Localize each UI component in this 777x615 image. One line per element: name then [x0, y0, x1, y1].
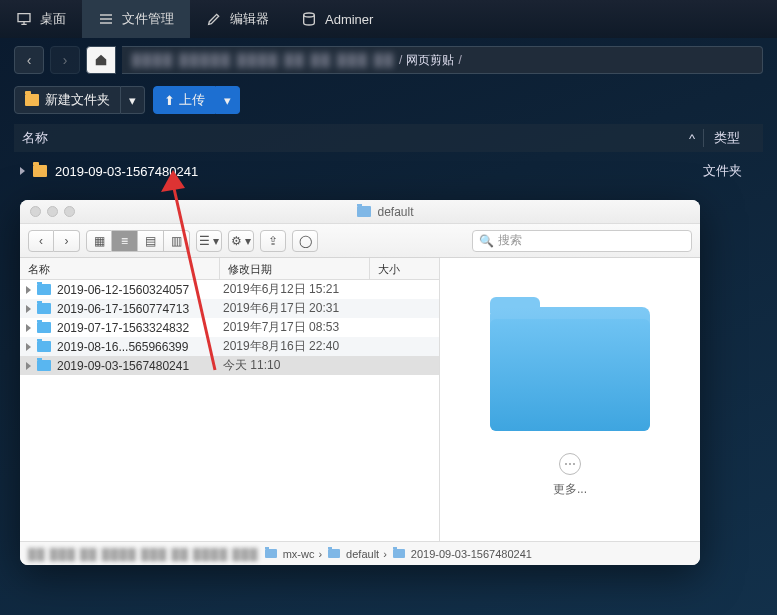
- path-sep: /: [458, 53, 461, 67]
- dark-list-row[interactable]: 2019-09-03-1567480241 文件夹: [14, 156, 763, 186]
- folder-icon: [37, 322, 51, 333]
- tab-label: 文件管理: [122, 10, 174, 28]
- disclosure-triangle-icon[interactable]: [26, 343, 31, 351]
- row-type: 文件夹: [703, 162, 763, 180]
- list-item[interactable]: 2019-09-03-1567480241今天 11:10: [20, 356, 439, 375]
- search-icon: 🔍: [479, 234, 494, 248]
- row-name: 2019-09-03-1567480241: [55, 164, 198, 179]
- files-icon: [98, 11, 114, 27]
- forward-button[interactable]: ›: [54, 230, 80, 252]
- upload-label: 上传: [179, 91, 205, 109]
- upload-group: ⬆ 上传 ▾: [153, 86, 240, 114]
- upload-icon: ⬆: [164, 93, 175, 108]
- path-sep: /: [399, 53, 402, 67]
- home-icon: [94, 53, 108, 67]
- view-gallery-button[interactable]: ▥: [164, 230, 190, 252]
- nav-forward-button[interactable]: ›: [50, 46, 80, 74]
- more-button[interactable]: ⋯: [559, 453, 581, 475]
- list-item[interactable]: 2019-08-16...5659663992019年8月16日 22:40: [20, 337, 439, 356]
- breadcrumb-path[interactable]: ████ █████ ████ ██ ██ ███ ██ / 网页剪贴 /: [122, 46, 763, 74]
- tag-button[interactable]: ◯: [292, 230, 318, 252]
- edit-icon: [206, 11, 222, 27]
- folder-icon: [328, 549, 340, 558]
- disclosure-triangle-icon[interactable]: [26, 305, 31, 313]
- new-folder-group: 新建文件夹 ▾: [14, 86, 145, 114]
- finder-titlebar[interactable]: default: [20, 200, 700, 224]
- disclosure-triangle-icon[interactable]: [26, 286, 31, 294]
- folder-icon: [357, 206, 371, 217]
- search-input[interactable]: 🔍 搜索: [472, 230, 692, 252]
- sort-button[interactable]: ☰ ▾: [196, 230, 222, 252]
- folder-preview-icon: [490, 301, 650, 431]
- hdr-modified[interactable]: 修改日期: [220, 258, 370, 279]
- folder-icon: [33, 165, 47, 177]
- search-placeholder: 搜索: [498, 232, 522, 249]
- tab-label: 桌面: [40, 10, 66, 28]
- col-type[interactable]: 类型: [703, 129, 763, 147]
- view-icon-button[interactable]: ▦: [86, 230, 112, 252]
- column-header: 名称 ^ 类型: [14, 124, 763, 152]
- list-item[interactable]: 2019-06-12-15603240572019年6月12日 15:21: [20, 280, 439, 299]
- folder-icon: [265, 549, 277, 558]
- list-rows: 2019-06-12-15603240572019年6月12日 15:21 20…: [20, 280, 439, 541]
- finder-body: 名称 修改日期 大小 2019-06-12-15603240572019年6月1…: [20, 258, 700, 541]
- folder-icon: [37, 341, 51, 352]
- new-folder-label: 新建文件夹: [45, 91, 110, 109]
- folder-icon: [37, 284, 51, 295]
- tab-adminer[interactable]: Adminer: [285, 0, 389, 38]
- action-gear-button[interactable]: ⚙ ▾: [228, 230, 254, 252]
- finder-window: default ‹ › ▦ ≡ ▤ ▥ ☰ ▾ ⚙ ▾ ⇪ ◯ 🔍 搜索 名称 …: [20, 200, 700, 565]
- new-folder-caret[interactable]: ▾: [121, 86, 145, 114]
- disclosure-triangle-icon[interactable]: [26, 324, 31, 332]
- disclosure-triangle-icon[interactable]: [26, 362, 31, 370]
- tab-label: Adminer: [325, 12, 373, 27]
- hdr-size[interactable]: 大小: [370, 258, 439, 279]
- monitor-icon: [16, 11, 32, 27]
- folder-icon: [37, 303, 51, 314]
- finder-title: default: [81, 205, 690, 219]
- finder-pathbar[interactable]: ██ ███ ██ ████ ███ ██ ████ ███ mx-wc › d…: [20, 541, 700, 565]
- traffic-lights: [30, 206, 75, 217]
- list-pane: 名称 修改日期 大小 2019-06-12-15603240572019年6月1…: [20, 258, 440, 541]
- disclosure-triangle-icon[interactable]: [20, 167, 25, 175]
- share-button[interactable]: ⇪: [260, 230, 286, 252]
- svg-point-0: [304, 13, 315, 17]
- folder-icon: [393, 549, 405, 558]
- max-dot[interactable]: [64, 206, 75, 217]
- nav-back-button[interactable]: ‹: [14, 46, 44, 74]
- home-button[interactable]: [86, 46, 116, 74]
- tab-label: 编辑器: [230, 10, 269, 28]
- hdr-name[interactable]: 名称: [20, 258, 220, 279]
- blurred-path: ██ ███ ██ ████ ███ ██ ████ ███: [28, 548, 259, 560]
- col-name[interactable]: 名称 ^: [14, 129, 703, 147]
- sort-caret-icon: ^: [689, 131, 695, 146]
- view-list-button[interactable]: ≡: [112, 230, 138, 252]
- upload-caret[interactable]: ▾: [216, 86, 240, 114]
- more-label: 更多...: [553, 481, 587, 498]
- tab-files[interactable]: 文件管理: [82, 0, 190, 38]
- new-folder-button[interactable]: 新建文件夹: [14, 86, 121, 114]
- nav-group: ‹ ›: [28, 230, 80, 252]
- view-group: ▦ ≡ ▤ ▥: [86, 230, 190, 252]
- min-dot[interactable]: [47, 206, 58, 217]
- view-column-button[interactable]: ▤: [138, 230, 164, 252]
- list-item[interactable]: 2019-07-17-15633248322019年7月17日 08:53: [20, 318, 439, 337]
- list-header: 名称 修改日期 大小: [20, 258, 439, 280]
- breadcrumb-bar: ‹ › ████ █████ ████ ██ ██ ███ ██ / 网页剪贴 …: [14, 44, 763, 76]
- tab-desktop[interactable]: 桌面: [0, 0, 82, 38]
- upload-button[interactable]: ⬆ 上传: [153, 86, 216, 114]
- list-item[interactable]: 2019-06-17-15607747132019年6月17日 20:31: [20, 299, 439, 318]
- close-dot[interactable]: [30, 206, 41, 217]
- db-icon: [301, 11, 317, 27]
- folder-icon: [25, 94, 39, 106]
- blurred-path: ████ █████ ████ ██ ██ ███ ██: [132, 53, 395, 67]
- finder-toolbar: ‹ › ▦ ≡ ▤ ▥ ☰ ▾ ⚙ ▾ ⇪ ◯ 🔍 搜索: [20, 224, 700, 258]
- action-bar: 新建文件夹 ▾ ⬆ 上传 ▾: [14, 84, 763, 116]
- back-button[interactable]: ‹: [28, 230, 54, 252]
- top-nav: 桌面 文件管理 编辑器 Adminer: [0, 0, 777, 38]
- folder-icon: [37, 360, 51, 371]
- preview-pane: ⋯ 更多...: [440, 258, 700, 541]
- tab-editor[interactable]: 编辑器: [190, 0, 285, 38]
- breadcrumb-segment: 网页剪贴: [406, 52, 454, 69]
